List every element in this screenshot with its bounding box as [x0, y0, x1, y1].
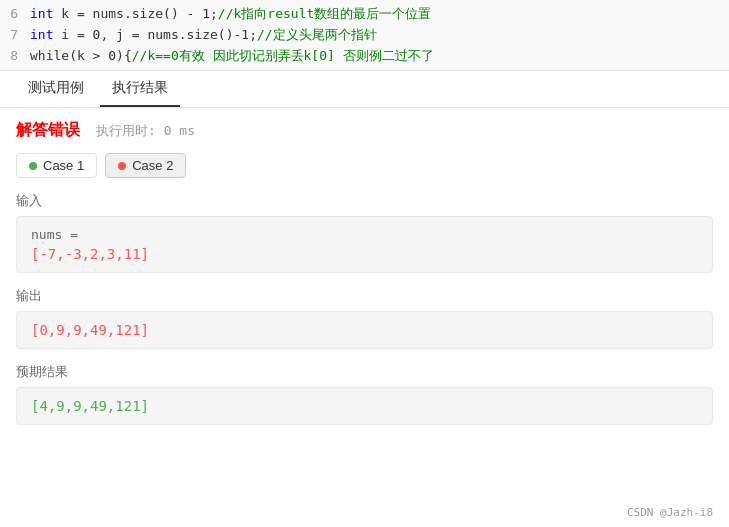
code-text-7: i = 0, j = nums.size()-1; — [53, 27, 257, 42]
case-2-dot — [118, 162, 126, 170]
keyword-int-2: int — [30, 27, 53, 42]
line-number-6: 6 — [0, 4, 30, 25]
input-value: [-7,-3,2,3,11] — [31, 246, 698, 262]
line-number-8: 8 — [0, 46, 30, 67]
code-section: 6 int k = nums.size() - 1;//k指向result数组的… — [0, 0, 729, 71]
tabs-bar: 测试用例 执行结果 — [0, 71, 729, 108]
expected-label: 预期结果 — [16, 363, 713, 381]
line-content-8: while(k > 0){//k==0有效 因此切记别弄丢k[0] 否则例二过不… — [30, 46, 729, 67]
output-label: 输出 — [16, 287, 713, 305]
output-value: [0,9,9,49,121] — [31, 322, 698, 338]
line-content-6: int k = nums.size() - 1;//k指向result数组的最后… — [30, 4, 729, 25]
code-line-7: 7 int i = 0, j = nums.size()-1;//定义头尾两个指… — [0, 25, 729, 46]
result-header: 解答错误 执行用时: 0 ms — [16, 120, 713, 141]
code-line-8: 8 while(k > 0){//k==0有效 因此切记别弄丢k[0] 否则例二… — [0, 46, 729, 67]
case-buttons: Case 1 Case 2 — [16, 153, 713, 178]
case-2-button[interactable]: Case 2 — [105, 153, 186, 178]
case-1-label: Case 1 — [43, 158, 84, 173]
keyword-int-1: int — [30, 6, 53, 21]
error-status-label: 解答错误 — [16, 120, 80, 141]
code-line-6: 6 int k = nums.size() - 1;//k指向result数组的… — [0, 4, 729, 25]
line-number-7: 7 — [0, 25, 30, 46]
expected-value: [4,9,9,49,121] — [31, 398, 698, 414]
input-var-line: nums = — [31, 227, 698, 242]
tab-result[interactable]: 执行结果 — [100, 71, 180, 107]
input-label: 输入 — [16, 192, 713, 210]
comment-7: //定义头尾两个指针 — [257, 27, 377, 42]
comment-6: //k指向result数组的最后一个位置 — [218, 6, 431, 21]
execution-time-label: 执行用时: 0 ms — [96, 122, 195, 140]
case-1-button[interactable]: Case 1 — [16, 153, 97, 178]
case-2-label: Case 2 — [132, 158, 173, 173]
output-block: [0,9,9,49,121] — [16, 311, 713, 349]
expected-block: [4,9,9,49,121] — [16, 387, 713, 425]
input-block: nums = [-7,-3,2,3,11] — [16, 216, 713, 273]
case-1-dot — [29, 162, 37, 170]
tab-testcase[interactable]: 测试用例 — [16, 71, 96, 107]
code-text-6: k = nums.size() - 1; — [53, 6, 217, 21]
line-content-7: int i = 0, j = nums.size()-1;//定义头尾两个指针 — [30, 25, 729, 46]
result-section: 解答错误 执行用时: 0 ms Case 1 Case 2 输入 nums = … — [0, 108, 729, 451]
code-text-8: while(k > 0){ — [30, 48, 132, 63]
comment-8: //k==0有效 因此切记别弄丢k[0] 否则例二过不了 — [132, 48, 434, 63]
